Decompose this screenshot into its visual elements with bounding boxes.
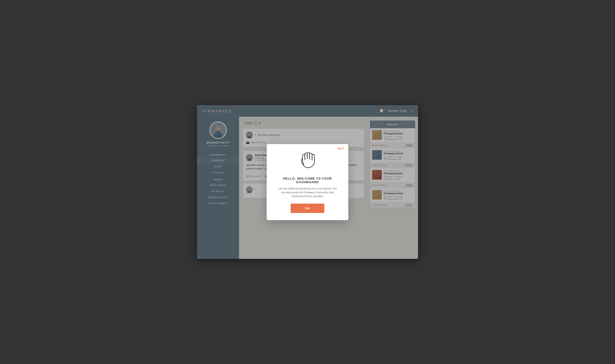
hand-wave-icon [276, 151, 339, 173]
modal-title: HELLO. WELCOME TO YOUR DASHBOARD [276, 177, 339, 184]
go-button[interactable]: Go [291, 204, 324, 213]
welcome-modal: SKIP HELLO. WELCOME TO YOUR DASHBOARD Le… [267, 144, 348, 220]
modal-body: Let's get started by introducing you to … [276, 187, 339, 198]
modal-overlay[interactable]: SKIP HELLO. WELCOME TO YOUR DASHBOARD Le… [0, 0, 615, 364]
skip-button[interactable]: SKIP [337, 147, 344, 150]
